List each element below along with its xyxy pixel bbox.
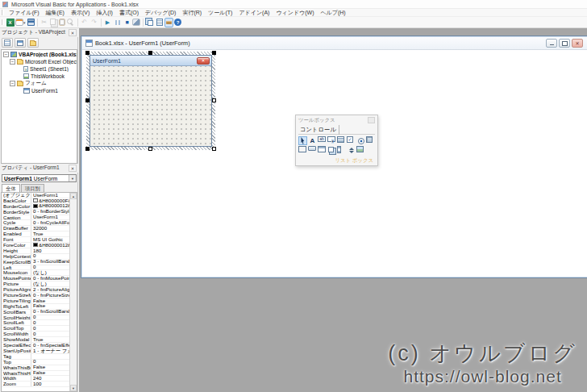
property-value[interactable]: 0 - fmBorderStyleNone [31, 210, 69, 215]
property-row[interactable]: PictureAlignment2 - fmPictureAlignmentCe… [2, 287, 69, 293]
property-value[interactable] [31, 354, 69, 359]
property-value[interactable]: &H80000012& [31, 243, 69, 248]
close-icon[interactable] [368, 117, 375, 123]
help-button[interactable] [174, 19, 181, 26]
property-value[interactable]: False [31, 371, 69, 376]
close-icon[interactable]: ✕ [69, 165, 77, 172]
copy-button[interactable] [49, 18, 58, 27]
property-value[interactable]: 0 - fmScrollBarsNone [31, 310, 69, 315]
property-value[interactable]: 0 [31, 326, 69, 331]
scroll-down-icon[interactable]: ▼ [70, 385, 77, 391]
scroll-up-icon[interactable]: ▲ [70, 193, 77, 199]
property-row[interactable]: StartUpPosition1 - オーナー フォームの中央 [2, 348, 69, 354]
paste-button[interactable] [59, 19, 65, 26]
property-value[interactable]: True [31, 337, 69, 342]
property-row[interactable]: Height180 [2, 248, 69, 254]
property-value[interactable]: &H8000000F& [31, 198, 69, 203]
properties-window-button[interactable] [155, 18, 164, 27]
property-row[interactable]: BackColor&H8000000F& [2, 198, 69, 204]
property-value[interactable]: 0 - fmSpecialEffectFlat [31, 343, 69, 348]
property-row[interactable]: ForeColor&H80000012& [2, 243, 69, 248]
cut-button[interactable] [40, 18, 48, 27]
minimize-icon[interactable] [546, 39, 557, 48]
property-value[interactable]: 0 [31, 265, 69, 270]
property-row[interactable]: KeepScrollBars3 - fmScrollBarsBoth [2, 260, 69, 265]
toolbox-titlebar[interactable]: ツールボックス [296, 115, 377, 125]
tree-item[interactable]: Sheet1 (Sheet1) [2, 65, 77, 73]
property-row[interactable]: WhatsThisHelpFalse [2, 371, 69, 377]
tree-item[interactable]: −VBAProject (Book1.xlsx) [2, 51, 77, 58]
property-row[interactable]: Top0 [2, 360, 69, 365]
property-row[interactable]: CaptionUserForm1 [2, 215, 69, 221]
property-value[interactable]: 2 - fmPictureAlignmentCenter [31, 287, 69, 292]
toggle-folders-button[interactable] [27, 38, 39, 48]
property-row[interactable]: BorderStyle0 - fmBorderStyleNone [2, 210, 69, 215]
resize-handle-bottom-left[interactable] [85, 147, 90, 151]
property-value[interactable]: MS UI Gothic [31, 237, 69, 242]
property-row[interactable]: ScrollTop0 [2, 326, 69, 332]
property-row[interactable]: FontMS UI Gothic [2, 237, 69, 243]
image-tool-icon[interactable] [356, 146, 364, 152]
userform-design-surface[interactable]: UserForm1 ✕ [90, 55, 212, 147]
property-row[interactable]: Picture(なし) [2, 281, 69, 287]
properties-scrollbar[interactable]: ▲ ▼ [69, 193, 77, 391]
menu-item[interactable]: 編集(E) [43, 9, 68, 17]
resize-handle-top-left[interactable] [85, 51, 90, 55]
property-value[interactable]: 3 - fmScrollBarsBoth [31, 260, 69, 265]
property-value[interactable]: UserForm1 [31, 215, 69, 220]
menu-item[interactable]: 表示(V) [68, 9, 93, 17]
property-value[interactable]: (なし) [31, 281, 69, 286]
property-row[interactable]: Width240 [2, 376, 69, 382]
tab-all[interactable]: 全体 [2, 184, 20, 192]
property-row[interactable]: MousePointer0 - fmMousePointerDefault [2, 276, 69, 281]
restore-icon[interactable] [559, 39, 570, 48]
resize-handle-right[interactable] [212, 98, 216, 102]
tabstrip-tool-icon[interactable] [318, 146, 326, 152]
resize-handle-top[interactable] [148, 51, 152, 55]
combobox-tool-icon[interactable] [327, 136, 335, 142]
chevron-down-icon[interactable]: ▾ [23, 20, 26, 25]
property-row[interactable]: Left0 [2, 265, 69, 271]
select-tool-icon[interactable] [298, 136, 307, 145]
listbox-tool-icon[interactable] [337, 136, 344, 143]
property-value[interactable]: False [31, 298, 69, 303]
property-value[interactable]: 180 [31, 248, 69, 253]
view-object-button[interactable] [15, 38, 26, 48]
form-selection-frame[interactable]: UserForm1 ✕ [86, 52, 215, 150]
menu-item[interactable]: ウィンドウ(W) [273, 9, 317, 17]
property-row[interactable]: Cycle0 - fmCycleAllForms [2, 220, 69, 226]
property-value[interactable]: True [31, 231, 69, 236]
resize-handle-bottom[interactable] [148, 147, 152, 151]
property-row[interactable]: ScrollBars0 - fmScrollBarsNone [2, 310, 69, 315]
resize-handle-left[interactable] [85, 98, 90, 102]
property-row[interactable]: PictureSizeMode0 - fmPictureSizeModeClip [2, 293, 69, 298]
property-row[interactable]: MouseIcon(なし) [2, 270, 69, 276]
property-value[interactable]: 1 - オーナー フォームの中央 [31, 348, 69, 353]
tree-item[interactable]: UserForm1 [2, 87, 77, 94]
property-value[interactable]: 32000 [31, 226, 69, 231]
close-icon[interactable]: ✕ [69, 29, 77, 36]
tree-item[interactable]: −Microsoft Excel Objects [2, 58, 77, 65]
toolbar-grip[interactable] [2, 10, 4, 15]
menu-item[interactable]: ファイル(F) [6, 9, 43, 17]
undo-button[interactable] [80, 18, 89, 27]
toolbox-tab-controls[interactable]: コントロール [298, 125, 339, 135]
menu-item[interactable]: デバッグ(D) [142, 9, 179, 17]
find-button[interactable] [66, 18, 75, 27]
break-button[interactable] [113, 18, 122, 27]
menu-item[interactable]: 書式(O) [116, 9, 142, 17]
tab-categorized[interactable]: 項目別 [21, 184, 44, 192]
chevron-down-icon[interactable]: ▼ [69, 175, 76, 181]
menu-item[interactable]: 実行(R) [179, 9, 205, 17]
design-mode-button[interactable] [132, 19, 140, 26]
toolbar-grip[interactable] [2, 19, 4, 25]
resize-handle-bottom-right[interactable] [212, 147, 216, 151]
property-value[interactable]: 0 - fmPictureSizeModeClip [31, 293, 69, 298]
optionbutton-tool-icon[interactable] [356, 136, 365, 145]
menu-item[interactable]: ヘルプ(H) [317, 9, 348, 17]
view-code-button[interactable] [2, 38, 13, 48]
property-row[interactable]: ScrollHeight0 [2, 315, 69, 321]
property-value[interactable]: False [31, 365, 69, 370]
userform-titlebar[interactable]: UserForm1 [90, 56, 211, 66]
property-row[interactable]: BorderColor&H80000012& [2, 204, 69, 210]
